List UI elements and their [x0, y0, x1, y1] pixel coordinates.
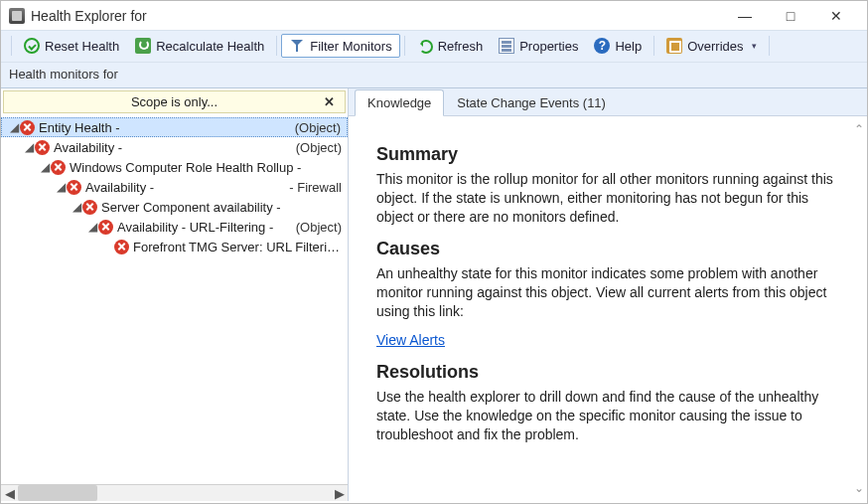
main-area: Scope is only... ✕ ◢Entity Health -(Obje… [1, 88, 867, 501]
causes-heading: Causes [376, 237, 839, 260]
expander-icon[interactable]: ◢ [8, 120, 20, 134]
critical-state-icon [20, 120, 35, 135]
overrides-button[interactable]: Overrides ▾ [658, 34, 764, 58]
tree-node-label: Availability - [85, 180, 279, 195]
recalculate-health-button[interactable]: Recalculate Health [127, 34, 272, 58]
separator [11, 36, 12, 56]
knowledge-content: Summary This monitor is the rollup monit… [349, 116, 867, 501]
filter-monitors-label: Filter Monitors [310, 39, 391, 54]
tree-node[interactable]: ◢Availability -(Object) [1, 137, 348, 157]
horizontal-scrollbar[interactable]: ◀ ▶ [1, 484, 348, 501]
critical-state-icon [82, 200, 97, 215]
tree-node-kind: (Object) [285, 120, 341, 135]
expander-icon[interactable]: ◢ [71, 200, 82, 214]
close-button[interactable]: ✕ [813, 2, 859, 30]
tree-node-label: Entity Health - [39, 120, 285, 135]
subheader: Health monitors for [1, 63, 867, 88]
refresh-button[interactable]: Refresh [409, 34, 492, 58]
tab-knowledge[interactable]: Knowledge [355, 89, 444, 116]
tab-strip: Knowledge State Change Events (11) [349, 88, 867, 116]
resolutions-text: Use the health explorer to drill down an… [376, 388, 839, 444]
tree-node-label: Availability - URL-Filtering - [117, 220, 286, 235]
help-label: Help [615, 39, 642, 54]
refresh-label: Refresh [438, 39, 484, 54]
expander-icon[interactable]: ◢ [23, 140, 35, 154]
maximize-button[interactable]: □ [768, 2, 813, 30]
overrides-icon [666, 38, 682, 54]
separator [653, 36, 654, 56]
tree-node-kind: (Object) [286, 140, 342, 155]
expander-icon[interactable]: ◢ [55, 180, 67, 194]
separator [404, 36, 405, 56]
tree-node[interactable]: ◢Availability -- Firewall [1, 177, 348, 197]
scope-close-icon[interactable]: ✕ [324, 94, 335, 109]
tree-node-kind: - Firewall [279, 180, 342, 195]
reset-health-button[interactable]: Reset Health [16, 34, 127, 58]
tab-knowledge-label: Knowledge [367, 95, 431, 110]
properties-icon [499, 38, 514, 54]
critical-state-icon [51, 160, 66, 175]
scroll-left-icon[interactable]: ◀ [1, 485, 18, 501]
help-button[interactable]: ? Help [586, 34, 650, 58]
critical-state-icon [67, 180, 81, 195]
vertical-scrollbar[interactable]: ⌃ ⌄ [850, 116, 867, 501]
scroll-down-icon[interactable]: ⌄ [854, 481, 864, 495]
resolutions-heading: Resolutions [376, 360, 839, 384]
details-pane: Knowledge State Change Events (11) Summa… [349, 88, 867, 501]
monitor-tree[interactable]: ◢Entity Health -(Object)◢Availability -(… [1, 115, 348, 484]
scroll-up-icon[interactable]: ⌃ [854, 122, 864, 136]
properties-label: Properties [519, 39, 578, 54]
scroll-thumb[interactable] [18, 485, 97, 501]
summary-heading: Summary [376, 142, 839, 166]
tree-node-kind: (Object) [286, 220, 342, 235]
critical-state-icon [98, 220, 113, 235]
scope-bar[interactable]: Scope is only... ✕ [3, 90, 346, 113]
tree-node[interactable]: Forefront TMG Server: URL Filtering - Se… [1, 237, 348, 256]
refresh-icon [417, 38, 433, 54]
filter-monitors-icon [289, 38, 305, 54]
separator [769, 36, 770, 56]
tree-node[interactable]: ◢Entity Health -(Object) [1, 117, 348, 137]
tree-node-label: Windows Computer Role Health Rollup - [70, 160, 342, 175]
help-icon: ? [594, 38, 610, 54]
window-title: Health Explorer for [31, 8, 722, 24]
tab-state-change-events[interactable]: State Change Events (11) [444, 89, 619, 116]
tree-pane: Scope is only... ✕ ◢Entity Health -(Obje… [1, 88, 349, 501]
tree-node-label: Availability - [54, 140, 286, 155]
reset-health-label: Reset Health [45, 39, 119, 54]
minimize-button[interactable]: — [722, 2, 768, 30]
properties-button[interactable]: Properties [491, 34, 586, 58]
expander-icon[interactable]: ◢ [39, 160, 51, 174]
window-controls: — □ ✕ [722, 2, 859, 30]
chevron-down-icon: ▾ [752, 41, 757, 51]
tab-state-events-label: State Change Events (11) [457, 95, 606, 110]
summary-text: This monitor is the rollup monitor for a… [376, 170, 839, 227]
reset-health-icon [24, 38, 40, 54]
tree-node[interactable]: ◢Windows Computer Role Health Rollup - [1, 157, 348, 177]
critical-state-icon [35, 140, 50, 155]
critical-state-icon [114, 240, 129, 254]
titlebar: Health Explorer for — □ ✕ [1, 1, 867, 31]
scroll-track[interactable] [18, 485, 331, 501]
tree-node[interactable]: ◢Availability - URL-Filtering -(Object) [1, 217, 348, 237]
causes-text: An unhealthy state for this monitor indi… [376, 264, 839, 321]
scroll-right-icon[interactable]: ▶ [331, 485, 348, 501]
health-explorer-icon [9, 8, 25, 24]
filter-monitors-button[interactable]: Filter Monitors [281, 34, 399, 58]
tree-node-label: Server Component availability - [101, 200, 342, 215]
tree-node[interactable]: ◢Server Component availability - [1, 197, 348, 217]
overrides-label: Overrides [687, 39, 743, 54]
expander-icon[interactable]: ◢ [86, 220, 98, 234]
view-alerts-link[interactable]: View Alerts [376, 332, 445, 348]
separator [276, 36, 277, 56]
toolbar: Reset Health Recalculate Health Filter M… [1, 31, 867, 63]
recalculate-health-label: Recalculate Health [156, 39, 264, 54]
scope-text: Scope is only... [131, 94, 217, 109]
tree-node-label: Forefront TMG Server: URL Filtering - Se… [133, 240, 342, 254]
recalculate-health-icon [135, 38, 151, 54]
